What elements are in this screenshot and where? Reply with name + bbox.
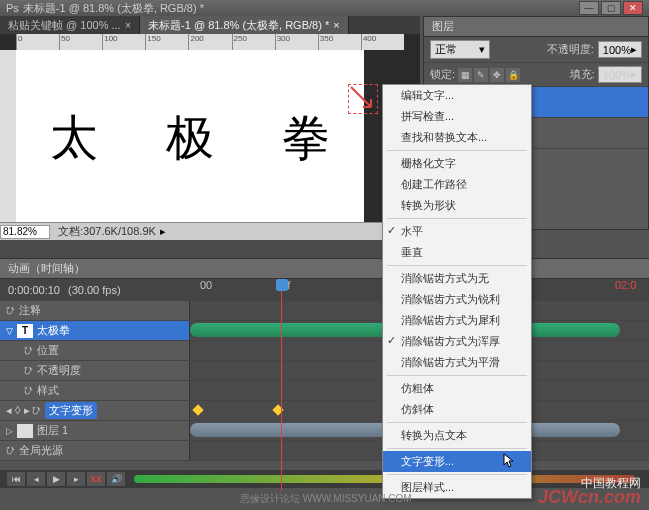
track-comments[interactable]: ひ注释 (0, 301, 190, 320)
menu-edit-text[interactable]: 编辑文字... (383, 85, 531, 106)
track-position[interactable]: ひ位置 (0, 341, 190, 360)
menu-faux-bold[interactable]: 仿粗体 (383, 378, 531, 399)
current-time[interactable]: 0:00:00:10 (8, 284, 60, 296)
cursor-icon (503, 453, 517, 469)
annotation-arrow (348, 84, 378, 114)
layers-tab[interactable]: 图层 (424, 17, 648, 37)
track-text-layer[interactable]: ▽T太极拳 (0, 321, 190, 340)
document-tab-1[interactable]: 未标题-1 @ 81.8% (太极拳, RGB/8) * × (140, 16, 349, 34)
watermark: 思缘设计论坛 WWW.MISSYUAN.COM (240, 492, 412, 506)
menu-faux-italic[interactable]: 仿斜体 (383, 399, 531, 420)
track-layer1[interactable]: ▷图层 1 (0, 421, 190, 440)
lock-transparency-icon[interactable]: ▦ (458, 68, 472, 82)
chevron-right-icon[interactable]: ▸ (160, 225, 166, 238)
canvas[interactable]: 太 极 拳 (16, 50, 364, 226)
fps-display: (30.00 fps) (68, 284, 121, 296)
horizontal-ruler: 050100150200250300350400 (16, 34, 404, 50)
menu-convert-point[interactable]: 转换为点文本 (383, 425, 531, 446)
audio-button[interactable]: 🔊 (107, 472, 125, 486)
menu-horizontal[interactable]: ✓水平 (383, 221, 531, 242)
lock-pixels-icon[interactable]: ✎ (474, 68, 488, 82)
menu-aa-none[interactable]: 消除锯齿方式为无 (383, 268, 531, 289)
vertical-ruler (0, 50, 16, 224)
menu-spell-check[interactable]: 拼写检查... (383, 106, 531, 127)
menu-aa-crisp[interactable]: 消除锯齿方式为犀利 (383, 310, 531, 331)
window-title: 未标题-1 @ 81.8% (太极拳, RGB/8) * (23, 1, 204, 16)
timeline-tab[interactable]: 动画（时间轴） (0, 259, 649, 279)
lock-position-icon[interactable]: ✥ (490, 68, 504, 82)
close-button[interactable]: ✕ (623, 1, 643, 15)
playhead[interactable] (276, 279, 288, 489)
menu-rasterize[interactable]: 栅格化文字 (383, 153, 531, 174)
maximize-button[interactable]: ▢ (601, 1, 621, 15)
rewind-button[interactable]: ⏮ (7, 472, 25, 486)
menu-warp-text[interactable]: 文字变形... (383, 451, 531, 472)
document-tab-0[interactable]: 粘贴关键帧 @ 100% ... × (0, 16, 140, 34)
opacity-input[interactable]: 100%▸ (598, 41, 642, 58)
play-button[interactable]: ▶ (47, 472, 65, 486)
stop-button[interactable]: XX (87, 472, 105, 486)
next-frame-button[interactable]: ▸ (67, 472, 85, 486)
track-warp[interactable]: ◂ ◊ ▸ひ文字变形 (0, 401, 190, 420)
menu-create-path[interactable]: 创建工作路径 (383, 174, 531, 195)
zoom-input[interactable] (0, 225, 50, 239)
context-menu: 编辑文字... 拼写检查... 查找和替换文本... 栅格化文字 创建工作路径 … (382, 84, 532, 499)
fill-input[interactable]: 100%▸ (598, 66, 642, 83)
menu-aa-sharp[interactable]: 消除锯齿方式为锐利 (383, 289, 531, 310)
menu-vertical[interactable]: 垂直 (383, 242, 531, 263)
menu-aa-smooth[interactable]: 消除锯齿方式为平滑 (383, 352, 531, 373)
ps-icon: Ps (6, 2, 19, 14)
menu-find-replace[interactable]: 查找和替换文本... (383, 127, 531, 148)
doc-info: 文档:307.6K/108.9K (58, 224, 156, 239)
close-icon[interactable]: × (333, 19, 339, 31)
watermark: JCWcn.com (538, 487, 641, 508)
minimize-button[interactable]: — (579, 1, 599, 15)
track-global-light[interactable]: ひ全局光源 (0, 441, 190, 460)
prev-frame-button[interactable]: ◂ (27, 472, 45, 486)
track-opacity[interactable]: ひ不透明度 (0, 361, 190, 380)
timeline-panel: 动画（时间轴） 0:00:00:10 (30.00 fps) 00 10f 20… (0, 258, 649, 488)
lock-all-icon[interactable]: 🔒 (506, 68, 520, 82)
menu-convert-shape[interactable]: 转换为形状 (383, 195, 531, 216)
close-icon[interactable]: × (125, 19, 131, 31)
menu-aa-strong[interactable]: ✓消除锯齿方式为浑厚 (383, 331, 531, 352)
chevron-down-icon: ▾ (479, 43, 485, 56)
blend-mode-dropdown[interactable]: 正常▾ (430, 40, 490, 59)
track-style[interactable]: ひ样式 (0, 381, 190, 400)
